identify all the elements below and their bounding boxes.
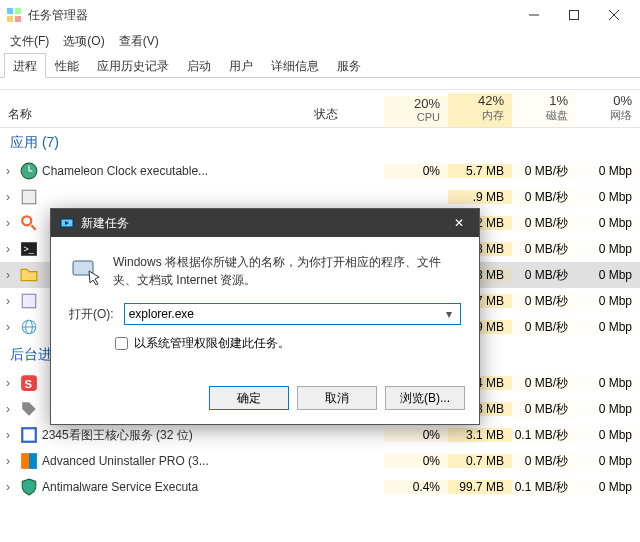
minimize-button[interactable]: [514, 1, 554, 29]
shield-icon: [20, 478, 38, 496]
menu-options[interactable]: 选项(O): [57, 31, 110, 52]
admin-checkbox[interactable]: [115, 337, 128, 350]
header-memory[interactable]: 42% 内存: [448, 93, 512, 127]
tag-icon: [20, 400, 38, 418]
uninstaller-icon: [20, 452, 38, 470]
expand-icon[interactable]: ›: [0, 454, 16, 468]
svg-line-13: [31, 225, 36, 230]
app-icon: [6, 7, 22, 23]
svg-rect-23: [23, 429, 34, 440]
svg-rect-25: [29, 453, 37, 469]
svg-rect-0: [7, 8, 13, 14]
header-status[interactable]: 状态: [314, 106, 384, 127]
expand-icon[interactable]: ›: [0, 402, 16, 416]
search-icon: [20, 214, 38, 232]
app-icon: [20, 292, 38, 310]
window-title: 任务管理器: [28, 7, 514, 24]
expand-icon[interactable]: ›: [0, 216, 16, 230]
svg-rect-16: [22, 294, 36, 308]
svg-rect-24: [21, 453, 29, 469]
dialog-title: 新建任务: [81, 215, 447, 232]
svg-point-12: [22, 216, 31, 225]
expand-icon[interactable]: ›: [0, 428, 16, 442]
svg-text:S: S: [25, 378, 33, 390]
chevron-down-icon[interactable]: ▾: [442, 307, 456, 321]
tab-bar: 进程 性能 应用历史记录 启动 用户 详细信息 服务: [0, 52, 640, 78]
header-network[interactable]: 0% 网络: [576, 93, 640, 127]
dialog-close-button[interactable]: ✕: [447, 216, 471, 230]
process-row[interactable]: › Antimalware Service Executa 0.4% 99.7 …: [0, 474, 640, 500]
process-row[interactable]: › .9 MB 0 MB/秒 0 Mbp: [0, 184, 640, 210]
admin-label: 以系统管理权限创建此任务。: [134, 335, 290, 352]
tab-processes[interactable]: 进程: [4, 53, 46, 78]
tab-details[interactable]: 详细信息: [262, 53, 328, 78]
expand-icon[interactable]: ›: [0, 268, 16, 282]
run-icon: [69, 253, 101, 285]
titlebar: 任务管理器: [0, 0, 640, 30]
browse-button[interactable]: 浏览(B)...: [385, 386, 465, 410]
header-cpu[interactable]: 20% CPU: [384, 96, 448, 127]
svg-rect-2: [7, 16, 13, 22]
column-headers: 名称 状态 20% CPU 42% 内存 1% 磁盘 0% 网络: [0, 90, 640, 128]
tab-startup[interactable]: 启动: [178, 53, 220, 78]
tab-performance[interactable]: 性能: [46, 53, 88, 78]
svg-rect-1: [15, 8, 21, 14]
tab-services[interactable]: 服务: [328, 53, 370, 78]
ok-button[interactable]: 确定: [209, 386, 289, 410]
expand-icon[interactable]: ›: [0, 294, 16, 308]
menu-file[interactable]: 文件(F): [4, 31, 55, 52]
sogou-icon: S: [20, 374, 38, 392]
globe-icon: [20, 318, 38, 336]
process-row[interactable]: › Advanced Uninstaller PRO (3... 0% 0.7 …: [0, 448, 640, 474]
command-input[interactable]: [129, 307, 442, 321]
app-icon: [20, 188, 38, 206]
tab-app-history[interactable]: 应用历史记录: [88, 53, 178, 78]
group-apps[interactable]: 应用 (7): [0, 128, 640, 158]
tab-users[interactable]: 用户: [220, 53, 262, 78]
header-disk[interactable]: 1% 磁盘: [512, 93, 576, 127]
terminal-icon: >_: [20, 240, 38, 258]
svg-text:>_: >_: [23, 244, 34, 254]
expand-icon[interactable]: ›: [0, 480, 16, 494]
open-label: 打开(O):: [69, 306, 114, 323]
svg-rect-11: [22, 190, 36, 204]
expand-icon[interactable]: ›: [0, 320, 16, 334]
dialog-description: Windows 将根据你所键入的名称，为你打开相应的程序、文件夹、文档或 Int…: [113, 253, 461, 289]
menubar: 文件(F) 选项(O) 查看(V): [0, 30, 640, 52]
close-button[interactable]: [594, 1, 634, 29]
dialog-titlebar[interactable]: 新建任务 ✕: [51, 209, 479, 237]
cancel-button[interactable]: 取消: [297, 386, 377, 410]
expand-icon[interactable]: ›: [0, 164, 16, 178]
maximize-button[interactable]: [554, 1, 594, 29]
expand-icon[interactable]: ›: [0, 190, 16, 204]
expand-icon[interactable]: ›: [0, 376, 16, 390]
folder-icon: [20, 266, 38, 284]
process-row[interactable]: › Chameleon Clock executable... 0% 5.7 M…: [0, 158, 640, 184]
process-row[interactable]: › 2345看图王核心服务 (32 位) 0% 3.1 MB 0.1 MB/秒 …: [0, 422, 640, 448]
expand-icon[interactable]: ›: [0, 242, 16, 256]
new-task-dialog: 新建任务 ✕ Windows 将根据你所键入的名称，为你打开相应的程序、文件夹、…: [50, 208, 480, 425]
svg-rect-3: [15, 16, 21, 22]
clock-icon: [20, 162, 38, 180]
menu-view[interactable]: 查看(V): [113, 31, 165, 52]
header-name[interactable]: 名称: [0, 106, 314, 127]
command-combobox[interactable]: ▾: [124, 303, 461, 325]
dialog-icon: [59, 215, 75, 231]
2345-icon: [20, 426, 38, 444]
svg-rect-5: [570, 11, 579, 20]
